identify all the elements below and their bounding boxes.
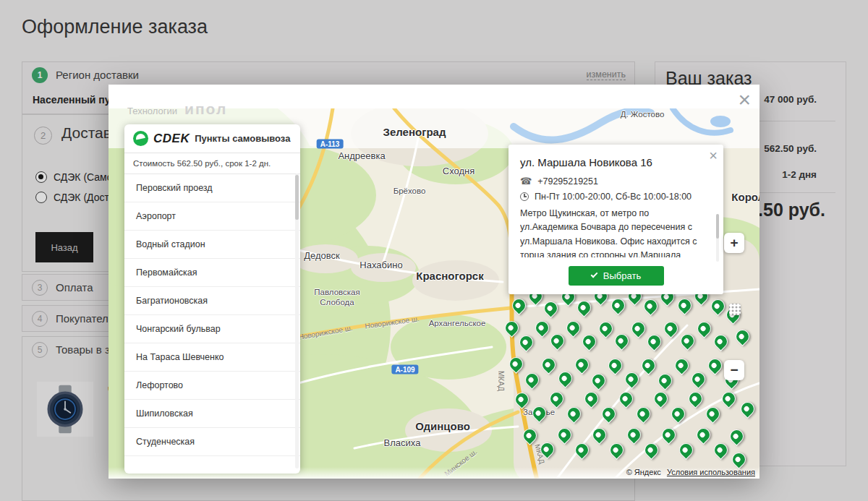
widget-watermark[interactable]: Технологии ипол xyxy=(127,100,227,118)
map-place-label: Архангельское xyxy=(429,319,486,327)
pickup-list-item[interactable]: Чонгарский бульвар xyxy=(124,315,300,343)
list-scrollbar[interactable] xyxy=(295,174,299,468)
modal-close-button[interactable]: × xyxy=(738,89,751,111)
clock-icon xyxy=(520,192,529,201)
terms-of-use-link[interactable]: Условия использования xyxy=(667,468,755,476)
scrollbar-thumb[interactable] xyxy=(295,175,299,220)
cdek-logo-text: CDEK xyxy=(153,132,190,146)
point-description[interactable]: Метро Щукинская, от метро по ул.Академик… xyxy=(520,207,712,257)
map-place-label: Павловская Слобода xyxy=(310,288,365,308)
balloon-close-button[interactable]: × xyxy=(709,147,718,164)
map-place-label: Красногорск xyxy=(416,270,483,282)
pickup-points-panel: CDEK Пункты самовывоза Стоимость 562.50 … xyxy=(124,124,300,474)
map-place-label: Сходня xyxy=(443,166,475,176)
map-place-label: Одинцово xyxy=(415,420,470,432)
pickup-list-item[interactable]: На Тараса Шевченко xyxy=(124,343,300,372)
balloon-scrollbar[interactable] xyxy=(716,214,719,262)
map-place-label: Брёхово xyxy=(393,187,426,195)
map-place-label: Андреевка xyxy=(338,150,385,161)
pickup-list-item[interactable]: Водный стадион xyxy=(124,231,300,259)
road-number-badge: А-109 xyxy=(391,365,418,374)
point-info-balloon: × ул. Маршала Новикова 16 ☎ +79295219251… xyxy=(509,145,723,294)
zoom-in-button[interactable]: + xyxy=(724,233,744,253)
panel-header: CDEK Пункты самовывоза xyxy=(124,124,300,153)
select-point-button[interactable]: Выбрать xyxy=(569,266,664,286)
pickup-list-item[interactable]: Перовский проезд xyxy=(124,174,300,202)
pin-cluster-icon[interactable] xyxy=(729,304,741,315)
point-phone-row: ☎ +79295219251 xyxy=(520,176,712,187)
scrollbar-thumb[interactable] xyxy=(716,214,719,239)
pickup-list-item[interactable]: Шипиловская xyxy=(124,400,300,428)
map-place-label: Зеленоград xyxy=(383,126,446,138)
select-point-label: Выбрать xyxy=(603,270,641,281)
yandex-copyright: © Яндекс xyxy=(626,468,661,476)
map-place-label: Власиха xyxy=(384,437,421,448)
point-phone: +79295219251 xyxy=(537,176,598,187)
point-hours: Пн-Пт 10:00-20:00, Сб-Вс 10:00-18:00 xyxy=(535,192,692,202)
map-place-label: Королёв xyxy=(731,191,760,203)
map-road-label: МКАД xyxy=(497,371,505,391)
point-address: ул. Маршала Новикова 16 xyxy=(520,155,676,171)
road-number-badge: А-113 xyxy=(317,140,344,149)
map-place-label: Нахабино xyxy=(359,260,402,270)
pickup-list-item[interactable]: Аэропорт xyxy=(124,202,300,231)
pickup-list: Перовский проездАэропортВодный стадионПе… xyxy=(124,174,300,456)
panel-title: Пункты самовывоза xyxy=(195,133,290,144)
pickup-list-item[interactable]: Первомайская xyxy=(124,259,300,287)
zoom-out-button[interactable]: − xyxy=(724,360,744,380)
watermark-brand-logo: ипол xyxy=(184,100,227,118)
watermark-prefix: Технологии xyxy=(127,106,177,116)
cdek-logo-icon xyxy=(133,131,148,146)
pickup-list-item[interactable]: Багратионовская xyxy=(124,287,300,315)
point-hours-row: Пн-Пт 10:00-20:00, Сб-Вс 10:00-18:00 xyxy=(520,192,712,202)
map-canvas[interactable]: CDEK Пункты самовывоза Стоимость 562.50 … xyxy=(109,108,760,479)
map-place-label: Дедовск xyxy=(304,250,340,261)
pickup-map-modal: Технологии ипол × xyxy=(109,85,760,479)
map-attribution: © Яндекс Условия использования xyxy=(626,468,755,476)
check-icon xyxy=(590,270,597,278)
screen: Оформление заказа 1 Регион доставки изме… xyxy=(0,0,868,501)
panel-cost-info: Стоимость 562.50 руб., срок 1-2 дн. xyxy=(124,153,300,174)
map-place-label: Д. Жостово xyxy=(621,110,665,119)
phone-icon: ☎ xyxy=(520,176,532,186)
pickup-list-item[interactable]: Студенческая xyxy=(124,428,300,456)
pickup-list-item[interactable]: Лефортово xyxy=(124,372,300,400)
